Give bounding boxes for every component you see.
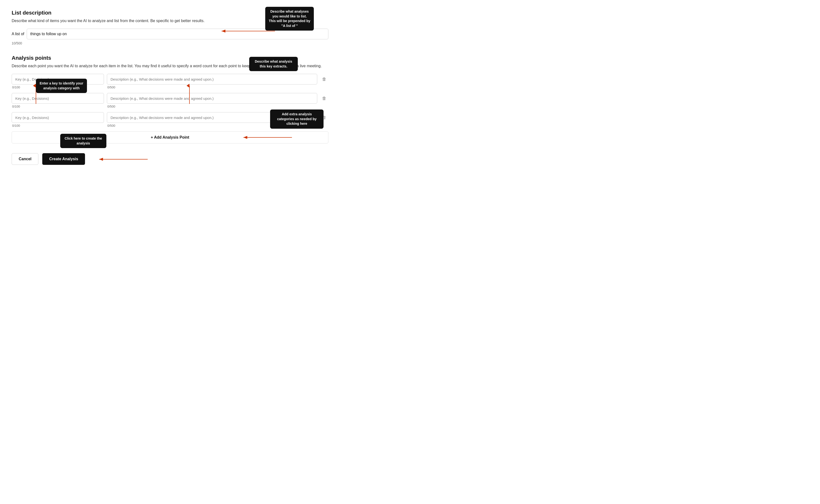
key-count-2: 0/100 [12,105,104,108]
desc-wrap-2 [107,93,317,104]
analysis-row-2: 🗑 [12,93,328,104]
create-arrow [97,154,150,164]
list-desc-tooltip: Describe what analyses you would like to… [265,7,314,31]
cancel-button[interactable]: Cancel [12,153,38,165]
desc-input-2[interactable] [107,93,317,104]
desc-count-1: 0/500 [107,85,328,89]
key-wrap-2 [12,93,104,104]
list-char-count: 10/500 [12,41,328,45]
add-analysis-point-label: + Add Analysis Point [151,135,189,140]
desc-tooltip: Describe what analysis this key extracts… [249,57,298,71]
key-input-3[interactable] [12,112,104,123]
add-btn-wrapper: + Add Analysis Point Add extra analysis … [12,131,328,143]
prefix-label: A list of [12,32,24,36]
add-point-tooltip: Add extra analysis categories as needed … [270,109,323,129]
row-2-counts: 0/100 0/500 [12,105,328,108]
desc-input-1[interactable] [107,74,317,84]
analysis-points-section: Analysis points Describe each point you … [12,55,328,143]
key-count-3: 0/100 [12,124,104,127]
analysis-row-1: Enter a key to identify your analysis ca… [12,74,328,84]
footer: Cancel Create Analysis Click here to cre… [12,153,328,165]
key-wrap-3 [12,112,104,123]
add-analysis-point-button[interactable]: + Add Analysis Point [12,131,328,143]
key-wrap-1: Enter a key to identify your analysis ca… [12,74,104,84]
desc-count-2: 0/500 [107,105,328,108]
delete-row-1-button[interactable]: 🗑 [320,75,328,84]
key-tooltip: Enter a key to identify your analysis ca… [36,79,87,93]
delete-row-2-button[interactable]: 🗑 [320,94,328,103]
desc-wrap-1: Describe what analysis this key extracts… [107,74,317,84]
create-analysis-button[interactable]: Create Analysis [42,153,85,165]
create-tooltip: Click here to create the analysis [60,134,106,148]
list-of-row: A list of Describe what analyses you wou… [12,29,328,39]
key-input-2[interactable] [12,93,104,104]
